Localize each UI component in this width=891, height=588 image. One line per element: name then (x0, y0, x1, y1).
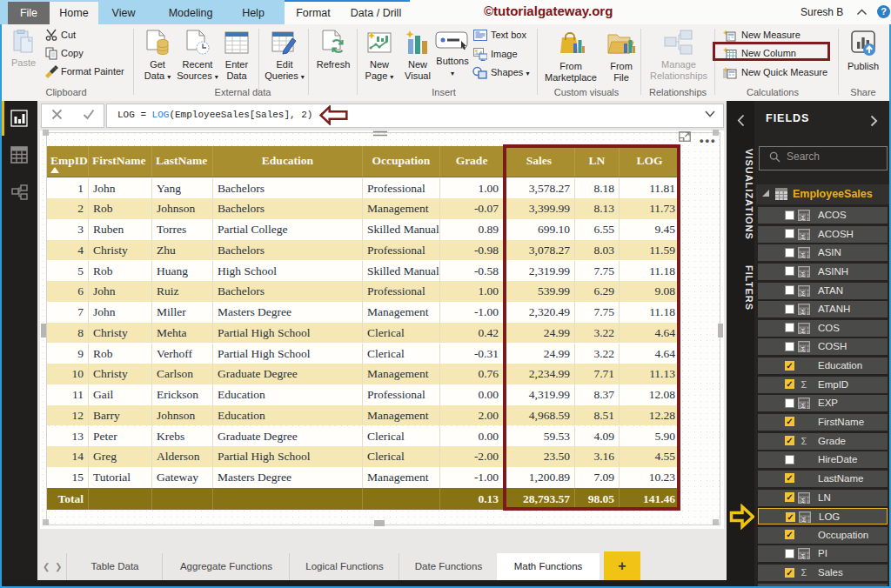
svg-text:Σ: Σ (801, 497, 806, 503)
svg-text:Σ: Σ (801, 271, 806, 277)
svg-text:Σ: Σ (801, 233, 806, 239)
svg-text:Σ: Σ (801, 327, 806, 333)
svg-text:Σ: Σ (801, 403, 806, 409)
svg-text:Σ: Σ (802, 517, 807, 523)
svg-text:Σ: Σ (801, 309, 806, 315)
svg-text:Σ: Σ (801, 215, 806, 221)
svg-text:Σ: Σ (801, 290, 806, 296)
svg-text:Σ: Σ (801, 553, 806, 559)
svg-text:Σ: Σ (801, 252, 806, 258)
svg-text:Σ: Σ (801, 346, 806, 352)
